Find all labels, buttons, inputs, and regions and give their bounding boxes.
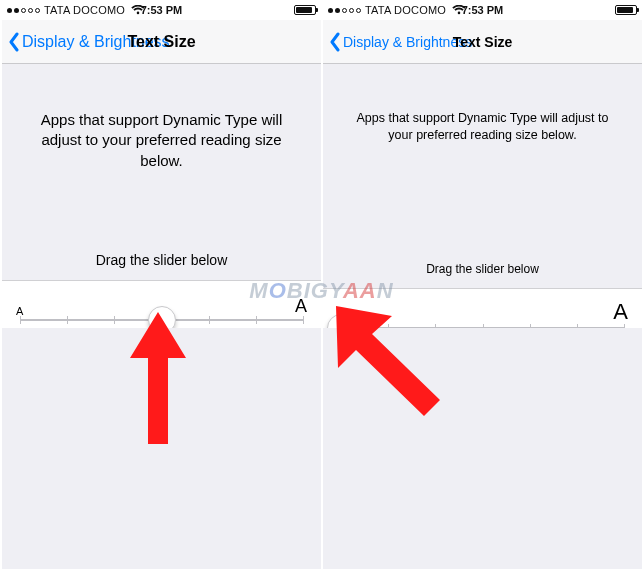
carrier-label: TATA DOCOMO (365, 4, 446, 16)
status-bar: TATA DOCOMO 7:53 PM (2, 0, 321, 20)
status-time: 7:53 PM (141, 4, 183, 16)
nav-bar: Display & Brightness Text Size (2, 20, 321, 64)
max-size-glyph: A (295, 296, 307, 317)
signal-dots-icon (7, 8, 40, 13)
battery-icon (294, 5, 316, 15)
instruction-text: Drag the slider below (323, 234, 642, 288)
status-time: 7:53 PM (462, 4, 504, 16)
chevron-left-icon (329, 32, 341, 52)
max-size-glyph: A (613, 299, 628, 325)
back-button[interactable]: Display & Brightness (329, 32, 472, 52)
left-screenshot: TATA DOCOMO 7:53 PM Display & Brightness… (2, 0, 321, 569)
nav-bar: Display & Brightness Text Size (323, 20, 642, 64)
text-size-slider[interactable] (20, 319, 303, 321)
description-text: Apps that support Dynamic Type will adju… (2, 64, 321, 234)
carrier-label: TATA DOCOMO (44, 4, 125, 16)
battery-icon (615, 5, 637, 15)
right-screenshot: TATA DOCOMO 7:53 PM Display & Brightness… (323, 0, 642, 569)
empty-area (2, 328, 321, 569)
chevron-left-icon (8, 32, 20, 52)
page-title: Text Size (127, 33, 195, 51)
instruction-text: Drag the slider below (2, 234, 321, 280)
status-bar: TATA DOCOMO 7:53 PM (323, 0, 642, 20)
page-title: Text Size (453, 34, 513, 50)
description-text: Apps that support Dynamic Type will adju… (323, 64, 642, 234)
empty-area (323, 328, 642, 569)
signal-dots-icon (328, 8, 361, 13)
